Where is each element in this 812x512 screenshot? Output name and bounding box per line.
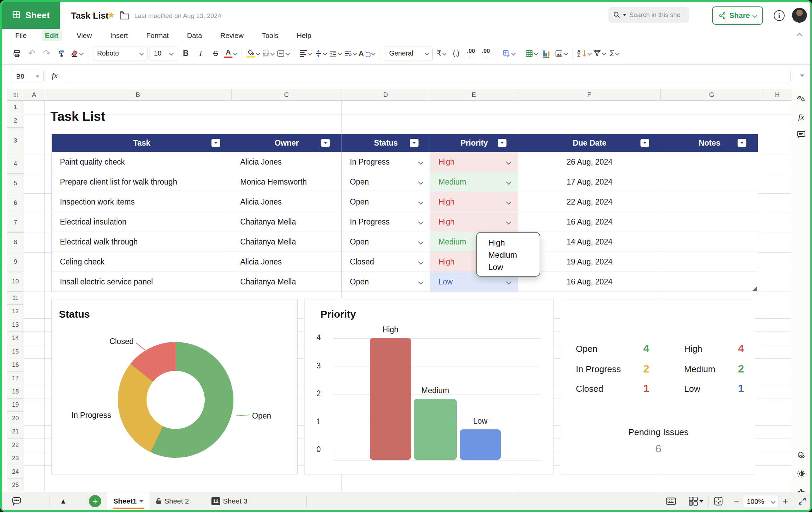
print-button[interactable] (10, 46, 23, 61)
cell-dropdown-chevron-icon[interactable] (418, 279, 424, 285)
indent-button[interactable] (329, 46, 342, 61)
sheet-tab-sheet3[interactable]: 12Sheet 3 (211, 492, 247, 510)
row-header-3[interactable]: 3 (7, 128, 24, 154)
owner-cell[interactable]: Monica Hemsworth (232, 172, 342, 192)
row-header-18[interactable]: 18 (7, 385, 24, 398)
owner-cell[interactable]: Alicia Jones (232, 192, 342, 212)
owner-cell[interactable]: Chaitanya Mella (232, 232, 342, 252)
popup-option-high[interactable]: High (477, 237, 540, 249)
row-header-22[interactable]: 22 (7, 439, 24, 452)
column-header-G[interactable]: G (661, 89, 763, 101)
avatar[interactable] (792, 8, 807, 23)
format-painter-button[interactable] (55, 46, 68, 61)
due-date-cell[interactable]: 16 Aug, 2024 (518, 212, 661, 232)
font-size-select[interactable]: 10 (150, 46, 177, 61)
menu-item-review[interactable]: Review (217, 30, 247, 41)
row-header-6[interactable]: 6 (7, 193, 24, 213)
fullscreen-icon[interactable] (797, 496, 808, 506)
horizontal-align-button[interactable] (299, 46, 312, 61)
cell-dropdown-chevron-icon[interactable] (506, 279, 512, 285)
filter-dropdown-icon[interactable] (738, 139, 746, 147)
due-date-cell[interactable]: 17 Aug, 2024 (518, 172, 661, 192)
share-button[interactable]: Share (712, 6, 763, 25)
task-cell[interactable]: Insall electric service panel (52, 272, 232, 292)
priority-cell[interactable]: High (430, 152, 518, 172)
sheet-grid[interactable]: Task List TaskOwnerStatusPriorityDue Dat… (2, 101, 792, 492)
popup-option-medium[interactable]: Medium (477, 249, 540, 261)
cell-dropdown-chevron-icon[interactable] (418, 199, 424, 205)
status-cell[interactable]: Closed (342, 252, 430, 272)
owner-cell[interactable]: Alicia Jones (232, 152, 342, 172)
row-header-5[interactable]: 5 (7, 174, 24, 193)
row-header-19[interactable]: 19 (7, 399, 24, 412)
table-button[interactable] (525, 46, 538, 61)
cell-dropdown-chevron-icon[interactable] (418, 259, 424, 265)
status-cell[interactable]: Open (342, 192, 430, 212)
vertical-align-button[interactable] (314, 46, 327, 61)
due-date-cell[interactable]: 26 Aug, 2024 (518, 152, 661, 172)
formula-input[interactable] (67, 70, 791, 83)
column-header-F[interactable]: F (518, 89, 661, 101)
notes-cell[interactable] (661, 152, 758, 172)
info-icon[interactable]: i (774, 10, 785, 21)
zia-assistant-icon[interactable] (796, 94, 806, 103)
favorite-star-icon[interactable]: ★ (107, 10, 115, 20)
fill-color-button[interactable] (247, 46, 260, 61)
add-sheet-button[interactable]: + (89, 495, 101, 507)
sheet-list-expand-icon[interactable]: ▲ (58, 496, 69, 506)
number-format-select[interactable]: General (385, 46, 433, 61)
due-date-cell[interactable]: 16 Aug, 2024 (518, 272, 661, 292)
menu-item-tools[interactable]: Tools (258, 30, 282, 41)
cell-dropdown-chevron-icon[interactable] (418, 219, 424, 225)
notes-cell[interactable] (661, 272, 758, 292)
column-header-D[interactable]: D (341, 89, 430, 101)
zoom-in-button[interactable]: + (780, 496, 791, 506)
priority-cell[interactable]: High (430, 192, 518, 212)
comma-format-button[interactable]: (,) (450, 46, 463, 61)
sum-button[interactable]: Σ (608, 46, 621, 61)
text-rotate-button[interactable]: A (359, 46, 375, 61)
cell-dropdown-chevron-icon[interactable] (418, 179, 424, 185)
table-header-notes[interactable]: Notes (661, 134, 758, 152)
insert-image-button[interactable] (555, 46, 567, 61)
search-input[interactable] (629, 11, 681, 19)
menu-item-view[interactable]: View (73, 30, 95, 41)
chart-button[interactable] (540, 46, 552, 61)
strikethrough-button[interactable]: S (209, 46, 222, 61)
sheet-tab-sheet2[interactable]: Sheet 2 (156, 492, 189, 510)
notes-cell[interactable] (661, 192, 758, 212)
menu-item-file[interactable]: File (12, 30, 30, 41)
task-cell[interactable]: Electrical walk through (52, 232, 232, 252)
view-settings-icon[interactable] (796, 451, 806, 460)
table-header-priority[interactable]: Priority (430, 134, 518, 152)
keyboard-shortcuts-icon[interactable] (666, 496, 676, 506)
owner-cell[interactable]: Alicia Jones (232, 252, 342, 272)
column-header-C[interactable]: C (232, 89, 341, 101)
menu-item-format[interactable]: Format (143, 30, 172, 41)
increase-decimal-button[interactable]: .00→ (479, 46, 492, 61)
cell-dropdown-chevron-icon[interactable] (418, 159, 424, 165)
filter-dropdown-icon[interactable] (640, 139, 649, 147)
filter-dropdown-icon[interactable] (498, 139, 506, 147)
notes-cell[interactable] (661, 232, 758, 252)
functions-fx-icon[interactable]: fx (796, 112, 806, 122)
row-header-25[interactable]: 25 (7, 479, 24, 492)
row-header-8[interactable]: 8 (7, 233, 24, 252)
row-header-23[interactable]: 23 (7, 452, 24, 465)
menu-item-insert[interactable]: Insert (107, 30, 132, 41)
priority-cell[interactable]: High (430, 212, 518, 232)
theme-brightness-icon[interactable] (796, 469, 806, 478)
italic-button[interactable]: I (194, 46, 207, 61)
collapse-toolbar-icon[interactable] (797, 33, 802, 39)
filter-dropdown-icon[interactable] (321, 139, 330, 147)
status-cell[interactable]: Open (342, 172, 430, 192)
status-cell[interactable]: Open (342, 232, 430, 252)
row-header-12[interactable]: 12 (7, 305, 24, 318)
column-header-B[interactable]: B (44, 89, 232, 101)
menu-item-edit[interactable]: Edit (42, 30, 62, 41)
cell-dropdown-chevron-icon[interactable] (506, 179, 512, 185)
status-cell[interactable]: In Progress (342, 152, 430, 172)
merge-cells-button[interactable] (276, 46, 289, 61)
row-header-24[interactable]: 24 (7, 465, 24, 478)
notes-cell[interactable] (661, 172, 758, 192)
